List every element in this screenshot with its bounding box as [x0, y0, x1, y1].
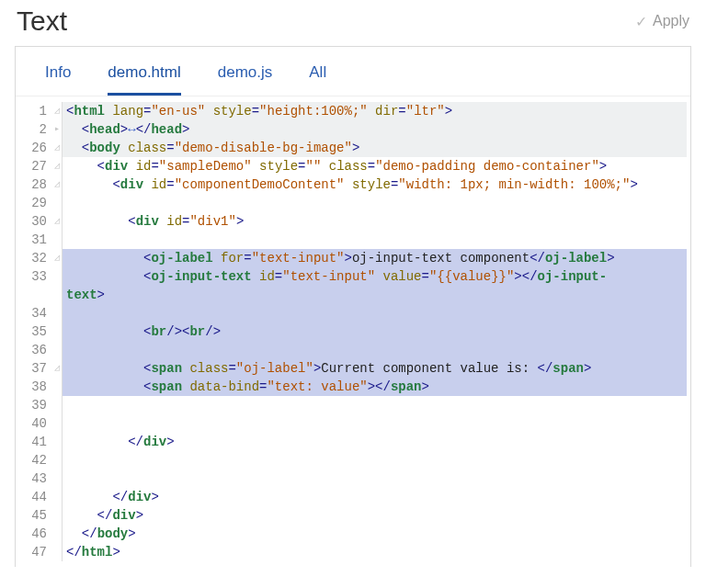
code-line[interactable]: </body>: [63, 525, 687, 543]
line-number: 37: [28, 359, 47, 378]
fold-icon[interactable]: ◿: [51, 359, 60, 378]
line-number: 38: [28, 378, 47, 396]
gutter-row: 42: [28, 451, 60, 469]
gutter-row: 45: [28, 506, 60, 525]
code-line[interactable]: <div id="sampleDemo" style="" class="dem…: [63, 157, 687, 175]
line-number: 36: [28, 341, 47, 359]
code-line[interactable]: <br/><br/>: [63, 322, 687, 341]
gutter-row: 31: [28, 231, 60, 249]
tab-info[interactable]: Info: [45, 63, 71, 96]
line-number: 27: [28, 157, 47, 175]
line-number: 43: [28, 469, 47, 488]
line-number: 32: [28, 249, 47, 267]
gutter-row: 41: [28, 433, 60, 451]
gutter-row: 37◿: [28, 359, 60, 378]
fold-icon[interactable]: ◿: [51, 102, 60, 120]
code-line[interactable]: </div>: [63, 488, 687, 506]
gutter-row: 1◿: [28, 102, 60, 120]
line-number: 33: [28, 267, 47, 286]
code-line[interactable]: [63, 194, 687, 212]
fold-icon[interactable]: ◿: [51, 157, 60, 175]
code-line[interactable]: <div id="div1">: [63, 212, 687, 231]
line-number: 47: [28, 543, 47, 561]
line-number: 35: [28, 322, 47, 341]
code-line[interactable]: <body class="demo-disable-bg-image">: [63, 139, 687, 157]
line-number: 28: [28, 175, 47, 194]
code-line[interactable]: text>: [63, 286, 687, 304]
gutter-row: 29: [28, 194, 60, 212]
line-number: 34: [28, 304, 47, 322]
code-line[interactable]: </div>: [63, 506, 687, 525]
fold-icon[interactable]: ◿: [51, 212, 60, 231]
code-line[interactable]: <div id="componentDemoContent" style="wi…: [63, 175, 687, 194]
gutter-row: [28, 286, 60, 304]
gutter-row: 34: [28, 304, 60, 322]
code-line[interactable]: </div>: [63, 433, 687, 451]
code-line[interactable]: [63, 451, 687, 469]
apply-button[interactable]: ✓ Apply: [635, 13, 689, 30]
code-line[interactable]: [63, 341, 687, 359]
gutter-row: 30◿: [28, 212, 60, 231]
tab-bar: Info demo.html demo.js All: [16, 47, 690, 96]
fold-icon[interactable]: ◿: [51, 249, 60, 267]
gutter-row: 43: [28, 469, 60, 488]
code-editor[interactable]: 1◿2▸26◿27◿28◿2930◿3132◿3334353637◿383940…: [16, 96, 690, 567]
line-number: 46: [28, 525, 47, 543]
code-line[interactable]: </html>: [63, 543, 687, 561]
code-line[interactable]: <html lang="en-us" style="height:100%;" …: [63, 102, 687, 120]
line-number: 42: [28, 451, 47, 469]
gutter-row: 47: [28, 543, 60, 561]
gutter-row: 2▸: [28, 120, 60, 139]
fold-icon[interactable]: ◿: [51, 139, 60, 157]
gutter-row: 27◿: [28, 157, 60, 175]
page-title: Text: [17, 6, 67, 37]
tab-demo-html[interactable]: demo.html: [108, 63, 180, 96]
code-line[interactable]: <oj-label for="text-input">oj-input-text…: [63, 249, 687, 267]
tab-all[interactable]: All: [309, 63, 326, 96]
code-line[interactable]: [63, 231, 687, 249]
line-number: 31: [28, 231, 47, 249]
editor-panel: Info demo.html demo.js All 1◿2▸26◿27◿28◿…: [15, 46, 691, 567]
gutter-row: 32◿: [28, 249, 60, 267]
line-number: 41: [28, 433, 47, 451]
line-number: 40: [28, 414, 47, 433]
line-number: 39: [28, 396, 47, 414]
gutter-row: 36: [28, 341, 60, 359]
gutter-row: 35: [28, 322, 60, 341]
line-number: 1: [28, 102, 47, 120]
line-number: 26: [28, 139, 47, 157]
code-area[interactable]: <html lang="en-us" style="height:100%;" …: [62, 102, 687, 561]
code-line[interactable]: [63, 304, 687, 322]
line-number: 2: [28, 120, 47, 139]
code-line[interactable]: <span data-bind="text: value"></span>: [63, 378, 687, 396]
tab-demo-js[interactable]: demo.js: [218, 63, 273, 96]
code-line[interactable]: [63, 396, 687, 414]
code-line[interactable]: <span class="oj-label">Current component…: [63, 359, 687, 378]
check-icon: ✓: [635, 13, 647, 30]
fold-icon[interactable]: ▸: [51, 120, 60, 139]
gutter-row: 33: [28, 267, 60, 286]
code-line[interactable]: <oj-input-text id="text-input" value="{{…: [63, 267, 687, 286]
gutter-row: 26◿: [28, 139, 60, 157]
gutter-row: 28◿: [28, 175, 60, 194]
gutter-row: 46: [28, 525, 60, 543]
line-gutter: 1◿2▸26◿27◿28◿2930◿3132◿3334353637◿383940…: [19, 102, 62, 561]
gutter-row: 40: [28, 414, 60, 433]
line-number: 44: [28, 488, 47, 506]
gutter-row: 38: [28, 378, 60, 396]
code-line[interactable]: [63, 469, 687, 488]
apply-label: Apply: [653, 13, 689, 29]
fold-icon[interactable]: ◿: [51, 175, 60, 194]
line-number: 45: [28, 506, 47, 525]
code-line[interactable]: <head>↔</head>: [63, 120, 687, 139]
code-line[interactable]: [63, 414, 687, 433]
line-number: 29: [28, 194, 47, 212]
line-number: 30: [28, 212, 47, 231]
gutter-row: 44: [28, 488, 60, 506]
gutter-row: 39: [28, 396, 60, 414]
